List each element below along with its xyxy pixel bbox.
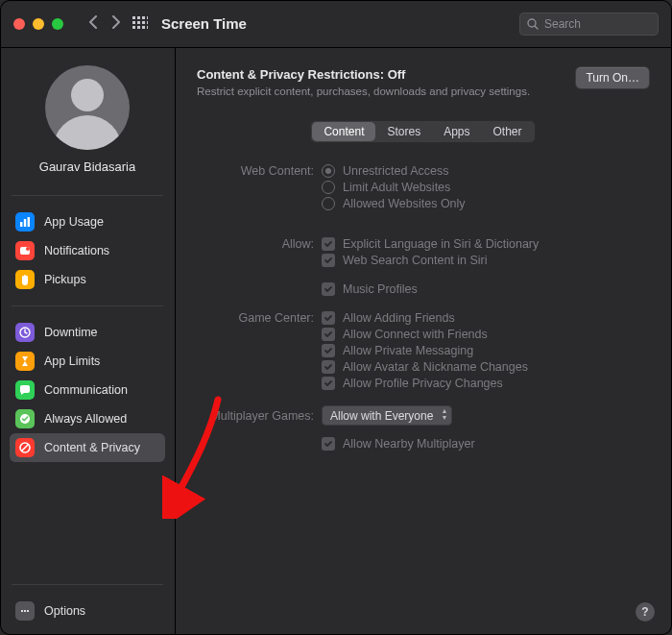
sidebar-item-label: App Limits (44, 354, 100, 368)
option-label: Allow Connect with Friends (343, 328, 488, 341)
row-gc-1: Game Center: Allow Adding Friends (197, 311, 649, 325)
row-gc-3: Allow Private Messaging (197, 344, 649, 357)
row-web-content-1: Web Content: Unrestricted Access (197, 164, 649, 178)
sidebar-item-app-limits[interactable]: App Limits (10, 347, 165, 376)
sidebar-item-label: Content & Privacy (44, 441, 140, 454)
checkbox-connect-friends[interactable] (322, 328, 335, 341)
preferences-window: Screen Time Search Gaurav Bidasaria App … (0, 0, 672, 635)
tab-other[interactable]: Other (482, 122, 534, 141)
row-allow-2: Web Search Content in Siri (197, 254, 649, 267)
avatar (45, 65, 130, 150)
bar-chart-icon (15, 212, 35, 232)
game-center-label: Game Center: (197, 311, 322, 325)
sidebar-item-content-privacy[interactable]: Content & Privacy (10, 433, 165, 462)
sidebar-item-label: Downtime (44, 326, 98, 339)
check-circle-icon (15, 409, 35, 428)
option-label: Allow Adding Friends (343, 311, 455, 325)
sidebar-item-communication[interactable]: Communication (10, 376, 165, 404)
checkbox-music-profiles[interactable] (322, 282, 335, 296)
forward-button[interactable] (111, 15, 121, 32)
username-label: Gaurav Bidasaria (39, 159, 135, 174)
sidebar: Gaurav Bidasaria App Usage Notifications… (0, 48, 176, 635)
tab-stores[interactable]: Stores (375, 122, 432, 141)
zoom-window-button[interactable] (52, 18, 63, 30)
row-web-content-3: Allowed Websites Only (197, 197, 649, 210)
tab-content[interactable]: Content (312, 122, 375, 141)
window-title: Screen Time (161, 15, 247, 32)
hourglass-icon (15, 352, 35, 371)
option-label: Limit Adult Websites (343, 181, 450, 194)
svg-line-13 (535, 26, 538, 29)
ellipsis-icon (15, 601, 35, 621)
user-block: Gaurav Bidasaria (10, 65, 165, 174)
sidebar-item-label: Options (44, 604, 85, 618)
radio-allowed-only[interactable] (322, 197, 335, 210)
radio-unrestricted[interactable] (322, 164, 335, 178)
row-gc-5: Allow Profile Privacy Changes (197, 377, 649, 390)
svg-rect-3 (147, 16, 148, 19)
checkbox-profile-privacy[interactable] (322, 377, 335, 390)
sidebar-item-downtime[interactable]: Downtime (10, 318, 165, 347)
svg-rect-7 (147, 21, 148, 24)
no-entry-icon (15, 438, 35, 457)
close-window-button[interactable] (13, 18, 25, 30)
multiplayer-label: Multiplayer Games: (197, 409, 322, 423)
turn-on-button[interactable]: Turn On… (576, 67, 649, 88)
svg-rect-4 (132, 21, 135, 24)
checkbox-web-siri[interactable] (322, 254, 335, 267)
tab-apps[interactable]: Apps (432, 122, 481, 141)
checkbox-nearby-multiplayer[interactable] (322, 437, 335, 451)
multiplayer-select[interactable]: Allow with Everyone ▲▼ (322, 405, 452, 426)
svg-point-25 (27, 610, 29, 612)
sidebar-item-notifications[interactable]: Notifications (10, 236, 165, 265)
chat-icon (15, 380, 35, 400)
svg-rect-10 (142, 26, 145, 29)
svg-rect-8 (132, 26, 135, 29)
option-label: Allow Profile Privacy Changes (343, 377, 503, 390)
back-button[interactable] (88, 15, 98, 32)
svg-point-23 (21, 610, 23, 612)
sidebar-item-pickups[interactable]: Pickups (10, 265, 165, 294)
checkbox-explicit-lang[interactable] (322, 237, 335, 251)
help-button[interactable]: ? (636, 602, 655, 622)
all-prefs-grid-icon[interactable] (132, 16, 148, 32)
option-label: Music Profiles (343, 282, 418, 296)
option-label: Web Search Content in Siri (343, 254, 488, 267)
window-body: Gaurav Bidasaria App Usage Notifications… (0, 48, 672, 635)
svg-rect-1 (137, 16, 140, 19)
tab-segmented-control: Content Stores Apps Other (310, 120, 535, 143)
svg-rect-16 (28, 217, 30, 227)
notification-icon (15, 241, 35, 260)
sidebar-item-app-usage[interactable]: App Usage (10, 208, 165, 236)
sidebar-item-label: Notifications (44, 244, 109, 257)
header-row: Content & Privacy Restrictions: Off Rest… (197, 67, 649, 97)
option-label: Allowed Websites Only (343, 197, 466, 210)
section-title: Content & Privacy Restrictions: Off (197, 67, 530, 82)
titlebar: Screen Time Search (0, 0, 672, 48)
sidebar-item-options[interactable]: Options (10, 597, 165, 625)
svg-rect-5 (137, 21, 140, 24)
clock-icon (15, 323, 35, 342)
option-label: Allow Private Messaging (343, 344, 473, 357)
radio-limit-adult[interactable] (322, 181, 335, 194)
svg-line-22 (22, 445, 28, 451)
option-label: Explicit Language in Siri & Dictionary (343, 237, 539, 251)
option-label: Allow Nearby Multiplayer (343, 437, 475, 451)
allow-label: Allow: (197, 237, 322, 251)
sidebar-separator (12, 195, 163, 196)
main-content: Content & Privacy Restrictions: Off Rest… (176, 48, 672, 635)
section-subtitle: Restrict explicit content, purchases, do… (197, 85, 530, 97)
checkbox-avatar-nick[interactable] (322, 360, 335, 374)
checkbox-add-friends[interactable] (322, 311, 335, 325)
option-label: Allow Avatar & Nickname Changes (343, 360, 528, 374)
svg-rect-2 (142, 16, 145, 19)
search-field[interactable]: Search (519, 12, 659, 36)
checkbox-private-msg[interactable] (322, 344, 335, 357)
svg-rect-14 (20, 222, 22, 227)
svg-rect-11 (147, 26, 148, 29)
minimize-window-button[interactable] (33, 18, 44, 30)
svg-rect-0 (132, 16, 135, 19)
chevron-updown-icon: ▲▼ (441, 407, 447, 421)
sidebar-item-always-allowed[interactable]: Always Allowed (10, 404, 165, 433)
search-icon (527, 18, 539, 30)
